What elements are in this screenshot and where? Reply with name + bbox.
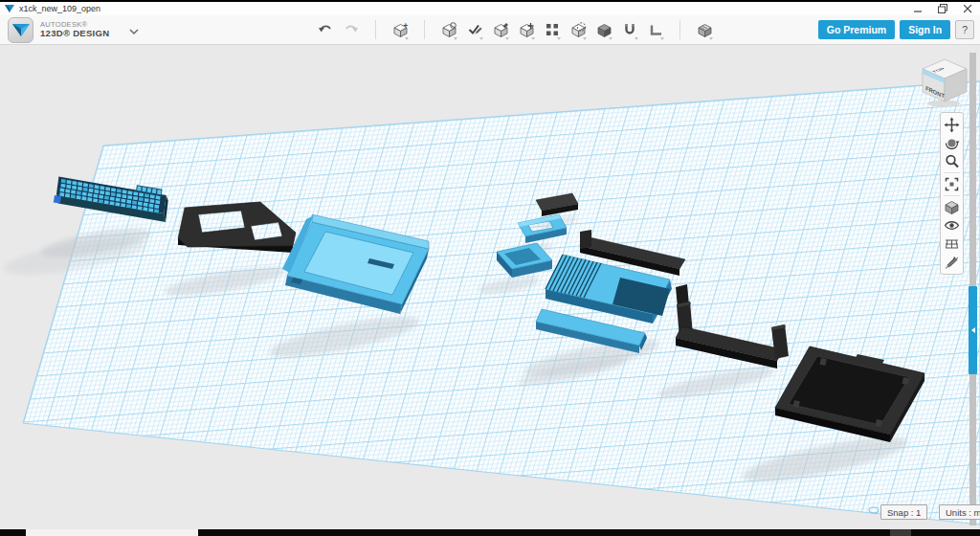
viewport[interactable]: TOP FRONT Snap : 1 Units : mm — [0, 45, 980, 529]
tool-icons: + — [316, 19, 714, 40]
close-button[interactable] — [955, 2, 980, 15]
grid-icon[interactable] — [942, 234, 962, 253]
navigation-toolbar — [940, 112, 964, 275]
go-premium-button[interactable]: Go Premium — [818, 20, 895, 39]
chevron-down-icon[interactable] — [129, 21, 139, 38]
view-cube[interactable]: TOP FRONT — [915, 53, 976, 110]
autodesk-logo-icon — [5, 5, 14, 13]
shading-icon[interactable] — [942, 198, 962, 216]
combine-icon[interactable] — [594, 19, 613, 40]
redo-icon[interactable] — [342, 19, 361, 40]
visibility-icon[interactable] — [942, 216, 962, 234]
scene-3d[interactable] — [0, 45, 980, 529]
brand-text: AUTODESK® 123D® DESIGN — [40, 21, 109, 38]
account-area: Go Premium Sign In ? — [818, 20, 980, 39]
units-setting[interactable]: Units : mm — [939, 504, 980, 520]
svg-text:+: + — [403, 22, 408, 30]
app-window: x1ck_new_109_open AUTODESK® 123D® DESIGN… — [0, 0, 980, 536]
nav-separator — [944, 195, 960, 196]
window-title: x1ck_new_109_open — [19, 4, 100, 13]
toolbar-separator — [424, 20, 425, 39]
grouping-icon[interactable] — [568, 19, 588, 40]
modify-icon[interactable] — [517, 19, 536, 40]
fit-icon[interactable] — [942, 175, 962, 193]
sketch-icon[interactable] — [465, 19, 484, 40]
taskbar-tray-segment[interactable] — [890, 529, 911, 536]
app-logo-icon — [8, 17, 33, 43]
toolbar-separator — [375, 20, 376, 39]
side-panel-handle[interactable] — [969, 286, 977, 374]
zoom-icon[interactable] — [942, 152, 962, 170]
help-button[interactable]: ? — [955, 20, 974, 39]
snap-icon[interactable] — [620, 19, 639, 40]
insert-icon[interactable]: + — [390, 19, 410, 40]
pan-icon[interactable] — [942, 116, 962, 134]
app-menu[interactable]: AUTODESK® 123D® DESIGN — [0, 17, 316, 43]
main-toolbar: AUTODESK® 123D® DESIGN + Go Premium Sign… — [0, 15, 980, 45]
brand-line2: 123D® DESIGN — [40, 29, 109, 38]
titlebar[interactable]: x1ck_new_109_open — [0, 2, 980, 15]
maximize-button[interactable] — [930, 2, 955, 15]
ruler-icon[interactable] — [646, 19, 665, 40]
os-taskbar[interactable] — [0, 529, 980, 536]
toolbar-separator — [679, 20, 680, 39]
minimize-button[interactable] — [905, 2, 930, 15]
paint-icon[interactable] — [942, 253, 962, 271]
arrow-left-icon — [971, 327, 975, 333]
pattern-icon[interactable] — [543, 19, 562, 40]
taskbar-app-segment[interactable] — [26, 529, 198, 536]
primitives-icon[interactable] — [439, 19, 458, 40]
undo-icon[interactable] — [316, 19, 335, 40]
nav-separator — [944, 172, 960, 173]
material-icon[interactable] — [695, 19, 714, 40]
construct-icon[interactable] — [491, 19, 510, 40]
orbit-icon[interactable] — [942, 134, 962, 152]
snap-setting[interactable]: Snap : 1 — [880, 504, 927, 520]
window-controls — [905, 2, 980, 15]
sign-in-button[interactable]: Sign In — [900, 20, 950, 39]
